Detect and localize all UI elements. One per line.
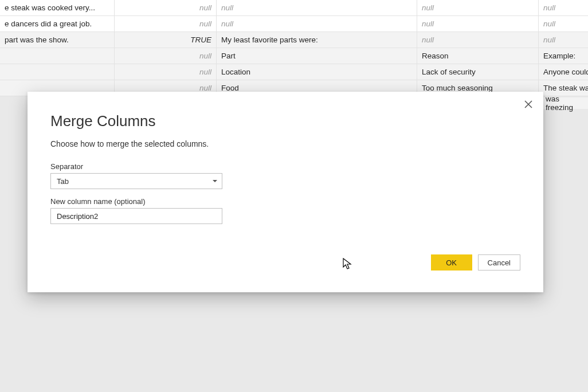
table-cell[interactable]: The steak wa bbox=[539, 80, 588, 96]
separator-label: Separator bbox=[50, 162, 520, 171]
table-cell[interactable]: null bbox=[539, 16, 588, 32]
merge-columns-dialog: Merge Columns Choose how to merge the se… bbox=[28, 92, 543, 292]
grid-overflow-text: was freezing bbox=[543, 97, 588, 109]
new-column-name-label: New column name (optional) bbox=[50, 197, 520, 206]
table-cell[interactable]: Lack of security bbox=[417, 64, 539, 80]
table-row[interactable]: e dancers did a great job.nullnullnullnu… bbox=[0, 16, 588, 32]
table-cell[interactable]: Part bbox=[217, 48, 417, 64]
table-cell[interactable] bbox=[0, 64, 115, 80]
close-button[interactable] bbox=[522, 97, 535, 111]
table-cell[interactable] bbox=[0, 48, 115, 64]
cancel-button[interactable]: Cancel bbox=[478, 254, 520, 271]
table-cell[interactable]: Location bbox=[217, 64, 417, 80]
table-cell[interactable]: Reason bbox=[417, 48, 539, 64]
separator-value: Tab bbox=[57, 177, 69, 186]
close-icon bbox=[524, 100, 532, 108]
table-cell[interactable]: null bbox=[217, 16, 417, 32]
table-cell[interactable]: null bbox=[115, 0, 217, 16]
table-cell[interactable]: null bbox=[115, 48, 217, 64]
table-row[interactable]: nullPartReasonExample: bbox=[0, 48, 588, 64]
table-row[interactable]: part was the show.TRUEMy least favorite … bbox=[0, 32, 588, 48]
table-cell[interactable]: Example: bbox=[539, 48, 588, 64]
table-cell[interactable]: null bbox=[115, 64, 217, 80]
data-grid[interactable]: e steak was cooked very...nullnullnullnu… bbox=[0, 0, 588, 96]
new-column-name-input[interactable] bbox=[50, 208, 222, 224]
separator-dropdown[interactable]: Tab bbox=[50, 173, 222, 189]
table-cell[interactable]: null bbox=[217, 0, 417, 16]
chevron-down-icon bbox=[213, 180, 217, 182]
table-cell[interactable]: e steak was cooked very... bbox=[0, 0, 115, 16]
table-cell[interactable]: null bbox=[539, 0, 588, 16]
table-cell[interactable]: part was the show. bbox=[0, 32, 115, 48]
dialog-title: Merge Columns bbox=[50, 112, 520, 130]
dialog-button-row: OK Cancel bbox=[431, 254, 520, 271]
table-cell[interactable]: null bbox=[417, 32, 539, 48]
table-cell[interactable]: Anyone could bbox=[539, 64, 588, 80]
ok-button[interactable]: OK bbox=[431, 254, 472, 271]
dialog-subtitle: Choose how to merge the selected columns… bbox=[50, 139, 520, 148]
table-cell[interactable]: null bbox=[417, 16, 539, 32]
table-cell[interactable]: My least favorite parts were: bbox=[217, 32, 417, 48]
table-cell[interactable]: TRUE bbox=[115, 32, 217, 48]
table-cell[interactable]: null bbox=[115, 16, 217, 32]
table-row[interactable]: nullLocationLack of securityAnyone could bbox=[0, 64, 588, 80]
table-cell[interactable]: null bbox=[539, 32, 588, 48]
table-row[interactable]: e steak was cooked very...nullnullnullnu… bbox=[0, 0, 588, 16]
table-cell[interactable]: null bbox=[417, 0, 539, 16]
table-cell[interactable]: e dancers did a great job. bbox=[0, 16, 115, 32]
